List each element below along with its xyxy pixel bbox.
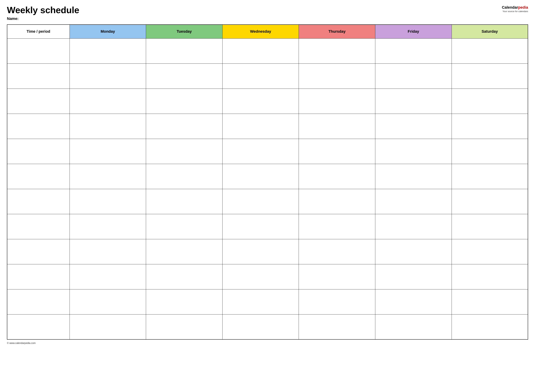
- schedule-cell[interactable]: [299, 114, 375, 139]
- schedule-cell[interactable]: [146, 164, 222, 189]
- schedule-cell[interactable]: [375, 289, 452, 314]
- schedule-cell[interactable]: [70, 314, 146, 339]
- footer: © www.calendarpedia.com: [7, 342, 528, 345]
- schedule-cell[interactable]: [299, 164, 375, 189]
- schedule-cell[interactable]: [146, 239, 222, 264]
- time-cell[interactable]: [7, 114, 70, 139]
- schedule-cell[interactable]: [452, 289, 528, 314]
- logo-text: Calendarpedia: [502, 5, 528, 10]
- schedule-cell[interactable]: [70, 214, 146, 239]
- schedule-cell[interactable]: [375, 139, 452, 164]
- time-cell[interactable]: [7, 139, 70, 164]
- schedule-cell[interactable]: [146, 289, 222, 314]
- schedule-cell[interactable]: [222, 189, 299, 214]
- logo-section: Calendarpedia Your source for calendars: [502, 5, 528, 13]
- schedule-cell[interactable]: [146, 139, 222, 164]
- schedule-cell[interactable]: [146, 89, 222, 114]
- schedule-cell[interactable]: [375, 189, 452, 214]
- header-friday: Friday: [375, 25, 452, 38]
- schedule-cell[interactable]: [452, 38, 528, 64]
- schedule-cell[interactable]: [70, 164, 146, 189]
- time-cell[interactable]: [7, 239, 70, 264]
- logo-tagline: Your source for calendars: [502, 10, 528, 13]
- schedule-cell[interactable]: [222, 164, 299, 189]
- schedule-cell[interactable]: [70, 114, 146, 139]
- time-cell[interactable]: [7, 164, 70, 189]
- schedule-cell[interactable]: [299, 189, 375, 214]
- schedule-cell[interactable]: [70, 89, 146, 114]
- schedule-cell[interactable]: [70, 289, 146, 314]
- schedule-cell[interactable]: [375, 214, 452, 239]
- schedule-cell[interactable]: [375, 264, 452, 289]
- schedule-cell[interactable]: [299, 214, 375, 239]
- schedule-cell[interactable]: [452, 314, 528, 339]
- schedule-cell[interactable]: [222, 289, 299, 314]
- schedule-cell[interactable]: [146, 189, 222, 214]
- schedule-cell[interactable]: [299, 314, 375, 339]
- logo-pedia: pedia: [518, 5, 528, 9]
- schedule-cell[interactable]: [70, 264, 146, 289]
- schedule-cell[interactable]: [375, 239, 452, 264]
- time-cell[interactable]: [7, 314, 70, 339]
- schedule-cell[interactable]: [299, 38, 375, 64]
- title-section: Weekly schedule Name:: [7, 5, 79, 21]
- schedule-cell[interactable]: [222, 139, 299, 164]
- schedule-cell[interactable]: [222, 214, 299, 239]
- schedule-cell[interactable]: [452, 264, 528, 289]
- schedule-cell[interactable]: [375, 89, 452, 114]
- schedule-cell[interactable]: [222, 264, 299, 289]
- schedule-cell[interactable]: [70, 64, 146, 89]
- schedule-cell[interactable]: [146, 38, 222, 64]
- schedule-cell[interactable]: [375, 114, 452, 139]
- schedule-cell[interactable]: [452, 189, 528, 214]
- page-title: Weekly schedule: [7, 5, 79, 15]
- header-monday: Monday: [70, 25, 146, 38]
- time-cell[interactable]: [7, 214, 70, 239]
- schedule-cell[interactable]: [375, 38, 452, 64]
- schedule-cell[interactable]: [70, 189, 146, 214]
- schedule-cell[interactable]: [299, 239, 375, 264]
- schedule-cell[interactable]: [222, 89, 299, 114]
- schedule-cell[interactable]: [452, 114, 528, 139]
- time-cell[interactable]: [7, 289, 70, 314]
- schedule-cell[interactable]: [299, 264, 375, 289]
- schedule-cell[interactable]: [452, 64, 528, 89]
- table-row: [7, 214, 528, 239]
- schedule-cell[interactable]: [375, 64, 452, 89]
- schedule-cell[interactable]: [146, 64, 222, 89]
- schedule-cell[interactable]: [452, 164, 528, 189]
- header-tuesday: Tuesday: [146, 25, 222, 38]
- schedule-cell[interactable]: [70, 139, 146, 164]
- table-row: [7, 139, 528, 164]
- schedule-cell[interactable]: [146, 314, 222, 339]
- time-cell[interactable]: [7, 38, 70, 64]
- schedule-cell[interactable]: [70, 38, 146, 64]
- schedule-cell[interactable]: [146, 264, 222, 289]
- footer-url: © www.calendarpedia.com: [7, 342, 36, 345]
- time-cell[interactable]: [7, 89, 70, 114]
- schedule-cell[interactable]: [299, 64, 375, 89]
- schedule-cell[interactable]: [299, 89, 375, 114]
- schedule-cell[interactable]: [299, 289, 375, 314]
- schedule-cell[interactable]: [146, 114, 222, 139]
- schedule-cell[interactable]: [299, 139, 375, 164]
- schedule-cell[interactable]: [146, 214, 222, 239]
- schedule-cell[interactable]: [452, 214, 528, 239]
- schedule-cell[interactable]: [222, 38, 299, 64]
- table-row: [7, 114, 528, 139]
- time-cell[interactable]: [7, 189, 70, 214]
- schedule-cell[interactable]: [375, 314, 452, 339]
- schedule-cell[interactable]: [452, 239, 528, 264]
- schedule-cell[interactable]: [375, 164, 452, 189]
- schedule-cell[interactable]: [222, 314, 299, 339]
- table-row: [7, 289, 528, 314]
- table-row: [7, 189, 528, 214]
- schedule-cell[interactable]: [222, 239, 299, 264]
- schedule-cell[interactable]: [452, 139, 528, 164]
- schedule-cell[interactable]: [222, 114, 299, 139]
- time-cell[interactable]: [7, 64, 70, 89]
- schedule-cell[interactable]: [452, 89, 528, 114]
- schedule-cell[interactable]: [222, 64, 299, 89]
- time-cell[interactable]: [7, 264, 70, 289]
- schedule-cell[interactable]: [70, 239, 146, 264]
